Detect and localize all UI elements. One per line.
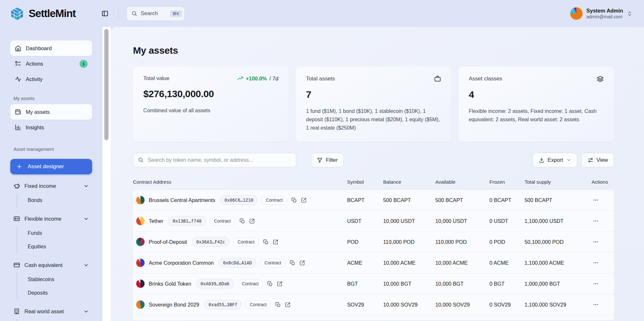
available-cell: 500 BCAPT <box>435 197 489 203</box>
row-actions-button[interactable] <box>592 196 600 204</box>
contract-address-chip[interactable]: 0x06C6…1210 <box>220 195 258 205</box>
total-supply-cell: 500 BCAPT <box>525 197 588 203</box>
view-button[interactable]: View <box>582 153 614 167</box>
row-actions-button[interactable] <box>592 238 600 246</box>
sidebar-group-real-world-asset[interactable]: Real world asset <box>10 304 92 319</box>
sidebar-item-activity[interactable]: Activity <box>10 71 92 87</box>
sidebar-group-flexible-income[interactable]: Flexible income <box>10 211 92 226</box>
asset-cell: Brinks Gold Token 0xA039…6Da6 Contract <box>133 279 347 289</box>
sidebar-item-deposits[interactable]: Deposits <box>17 286 92 300</box>
export-button[interactable]: Export <box>533 153 577 167</box>
brand-logo[interactable]: SettleMint <box>10 6 76 21</box>
sidebar-item-insights[interactable]: Insights <box>10 120 92 135</box>
external-link-icon[interactable] <box>273 239 278 245</box>
copy-icon[interactable] <box>267 281 273 287</box>
copy-icon[interactable] <box>263 239 269 245</box>
frozen-cell: 0 BCAPT <box>489 197 525 203</box>
asset-cell: Brussels Central Apartments 0x06C6…1210 … <box>133 195 347 205</box>
table-row[interactable]: Brinks Gold Token 0xA039…6Da6 Contract B… <box>133 273 614 294</box>
card-label: Asset classes <box>469 76 502 82</box>
contract-address-chip[interactable]: 0x13B1…f748 <box>168 216 206 226</box>
total-value-card: Total value +100.0% / 7d $276,130,000.00… <box>133 67 289 142</box>
sidebar-item-my-assets[interactable]: My assets <box>10 104 92 120</box>
sidebar-item-label: Dashboard <box>26 45 52 51</box>
funnel-icon <box>317 157 323 163</box>
filter-button[interactable]: Filter <box>311 153 344 167</box>
table-header: Contract Address Symbol Balance Availabl… <box>133 175 614 190</box>
trend-value: +100.0% <box>246 76 267 82</box>
table-row[interactable]: Proof-of-Deposit 0x36A3…F42c Contract PO… <box>133 232 614 252</box>
asset-name: Tether <box>149 218 163 224</box>
available-cell: 110,000 POD <box>435 239 489 245</box>
total-supply-cell: 50,100,000 POD <box>525 239 588 245</box>
brand-name: SettleMint <box>29 7 76 20</box>
sidebar-item-actions[interactable]: Actions 1 <box>10 56 92 71</box>
sidebar-group-fixed-income[interactable]: Fixed income <box>10 178 92 194</box>
user-menu[interactable]: System Admin admin@mail.com <box>570 7 632 20</box>
sidebar-item-equities[interactable]: Equities <box>17 240 92 253</box>
table-row[interactable]: Tether 0x13B1…f748 Contract USDT 10,000 … <box>133 211 614 232</box>
external-link-icon[interactable] <box>301 197 307 203</box>
row-actions-button[interactable] <box>592 217 600 225</box>
global-search-label: Search <box>141 10 166 17</box>
col-symbol: Symbol <box>347 179 383 185</box>
table-row[interactable]: Acme Corporation Common 0x8cDd…A1AD Cont… <box>133 252 614 273</box>
asset-avatar <box>136 259 145 267</box>
sidebar-toggle-button[interactable] <box>99 8 110 19</box>
subnav-real-world-asset <box>17 319 92 321</box>
download-icon <box>539 157 545 163</box>
balance-cell: 110,000 POD <box>383 239 435 245</box>
sidebar-group-cash-equivalent[interactable]: Cash equivalent <box>10 257 92 273</box>
sidebar-item-label: Insights <box>26 124 44 131</box>
contract-address-chip[interactable]: 0xad55…3BFf <box>204 300 242 309</box>
sidebar-scrollbar-thumb[interactable] <box>104 29 109 140</box>
sidebar-item-funds[interactable]: Funds <box>17 226 92 240</box>
row-actions-button[interactable] <box>592 280 600 288</box>
top-bar: SettleMint Search ⌘K System Admin admin@… <box>0 0 644 27</box>
available-cell: 10,000 USDT <box>435 218 489 224</box>
chevron-down-icon <box>566 158 571 162</box>
asset-avatar <box>136 238 145 246</box>
sidebar-item-label: Actions <box>26 61 43 67</box>
external-link-icon[interactable] <box>285 302 290 307</box>
copy-icon[interactable] <box>291 197 297 203</box>
asset-cell: Sovereign Bond 2029 0xad55…3BFf Contract <box>133 300 347 309</box>
subnav-fixed-income: Bonds <box>17 194 92 207</box>
settlemint-cube-icon <box>10 6 24 21</box>
sidebar-item-bonds[interactable]: Bonds <box>17 194 92 207</box>
user-email: admin@mail.com <box>586 14 623 20</box>
copy-icon[interactable] <box>290 260 295 266</box>
home-icon <box>15 45 21 51</box>
contract-address-chip[interactable]: 0xA039…6Da6 <box>196 279 234 289</box>
table-toolbar: Filter Export View <box>133 153 614 167</box>
balance-cell: 500 BCAPT <box>383 197 435 203</box>
external-link-icon[interactable] <box>299 260 305 266</box>
external-link-icon[interactable] <box>249 218 255 224</box>
contract-address-chip[interactable]: 0x36A3…F42c <box>192 237 230 247</box>
piggy-bank-icon <box>14 183 20 189</box>
search-icon <box>131 11 137 16</box>
main-content: My assets Total value +100.0% / 7d $276,… <box>111 27 644 321</box>
assets-table: Contract Address Symbol Balance Availabl… <box>133 175 614 320</box>
asset-classes-card: Asset classes 4 Flexible income: 2 asset… <box>459 67 614 142</box>
wallet-icon <box>15 109 21 115</box>
row-actions-button[interactable] <box>592 300 600 309</box>
global-search-button[interactable]: Search ⌘K <box>126 6 185 21</box>
external-link-icon[interactable] <box>277 281 282 287</box>
symbol-cell: SOV29 <box>347 302 383 308</box>
copy-icon[interactable] <box>240 218 245 224</box>
sidebar-group-label: Cash equivalent <box>24 262 62 268</box>
sidebar-item-dashboard[interactable]: Dashboard <box>10 41 92 56</box>
section-label-asset-management: Asset management <box>14 147 92 152</box>
contract-address-chip[interactable]: 0x8cDd…A1AD <box>219 258 256 268</box>
token-search-input[interactable] <box>133 153 296 167</box>
table-row[interactable]: Sovereign Bond 2029 0xad55…3BFf Contract… <box>133 294 614 315</box>
asset-designer-button[interactable]: Asset designer <box>10 159 92 174</box>
row-actions-button[interactable] <box>592 259 600 267</box>
table-row[interactable]: Brussels Central Apartments 0x06C6…1210 … <box>133 190 614 211</box>
asset-name: Brussels Central Apartments <box>149 197 215 203</box>
copy-icon[interactable] <box>275 302 281 307</box>
stats-cards: Total value +100.0% / 7d $276,130,000.00… <box>133 67 614 142</box>
total-supply-cell: 1,000,000 BGT <box>525 281 588 287</box>
sidebar-item-stablecoins[interactable]: Stablecoins <box>17 273 92 286</box>
